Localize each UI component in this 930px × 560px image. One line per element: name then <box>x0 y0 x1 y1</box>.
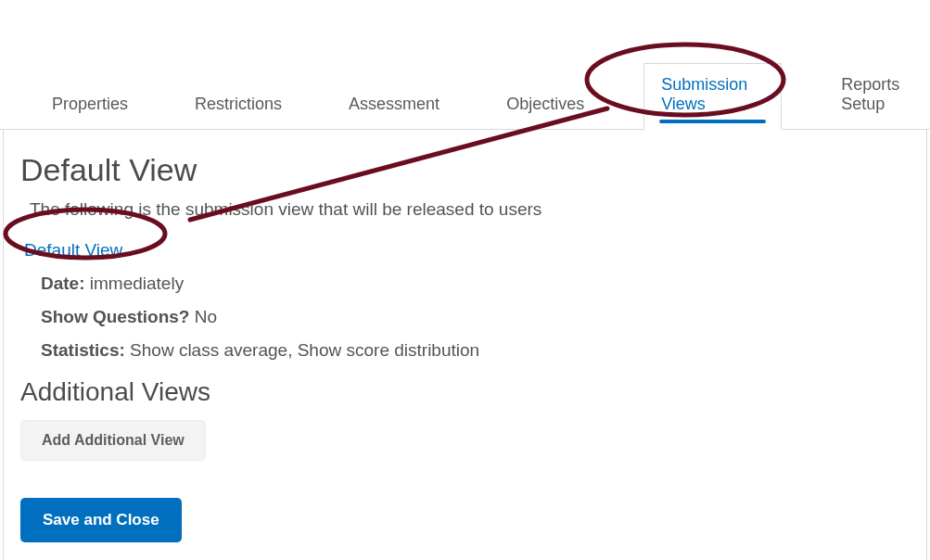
date-label: Date: <box>41 274 85 293</box>
default-view-link[interactable]: Default View <box>24 240 122 261</box>
tab-reports-setup[interactable]: Reports Setup <box>834 64 930 129</box>
detail-statistics: Statistics: Show class average, Show sco… <box>41 340 910 361</box>
detail-date: Date: immediately <box>41 274 910 294</box>
questions-value: No <box>195 307 217 326</box>
tab-assessment[interactable]: Assessment <box>341 83 447 129</box>
add-additional-view-button[interactable]: Add Additional View <box>20 420 206 461</box>
stats-value: Show class average, Show score distribut… <box>130 340 479 360</box>
tab-properties[interactable]: Properties <box>45 83 135 129</box>
default-view-details: Date: immediately Show Questions? No Sta… <box>41 274 910 361</box>
detail-show-questions: Show Questions? No <box>41 307 910 327</box>
stats-label: Statistics: <box>41 340 125 360</box>
tab-bar: Properties Restrictions Assessment Objec… <box>0 63 930 130</box>
content-panel: Default View The following is the submis… <box>3 130 927 560</box>
tab-submission-views[interactable]: Submission Views <box>643 63 782 130</box>
tab-restrictions[interactable]: Restrictions <box>187 83 289 129</box>
date-value: immediately <box>90 274 184 293</box>
questions-label: Show Questions? <box>41 307 189 326</box>
intro-text: The following is the submission view tha… <box>30 199 910 220</box>
save-and-close-button[interactable]: Save and Close <box>20 498 182 542</box>
heading-default-view: Default View <box>20 152 910 188</box>
tab-objectives[interactable]: Objectives <box>499 83 592 129</box>
heading-additional-views: Additional Views <box>20 377 910 407</box>
